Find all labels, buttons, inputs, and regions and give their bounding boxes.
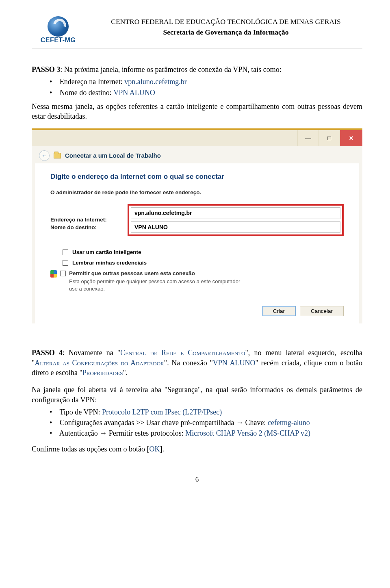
page-number: 6 (32, 475, 362, 484)
logo-text: CEFET-MG (41, 36, 76, 45)
checkbox-smartcard[interactable] (63, 250, 68, 255)
step4-confirm: Confirme todas as opções com o botão [OK… (32, 444, 362, 454)
document-header: CEFET-MG CENTRO FEDERAL DE EDUCAÇÃO TECN… (32, 16, 362, 45)
window-minimize-button[interactable]: — (297, 130, 318, 146)
label-share-connection-desc: Esta opção permite que qualquer pessoa c… (69, 278, 244, 292)
folder-icon (54, 153, 61, 158)
org-logo: CEFET-MG (32, 16, 84, 45)
org-subtitle: Secretaria de Governança da Informação (89, 28, 362, 37)
swirl-icon (48, 16, 69, 37)
label-internet-address: Endereço na Internet: (50, 216, 128, 223)
arrow-left-icon: ← (41, 152, 48, 160)
highlighted-inputs: vpn.aluno.cefetmg.br VPN ALUNO (128, 204, 344, 237)
cancel-button[interactable]: Cancelar (300, 306, 344, 316)
bullet-address: Endereço na Internet: vpn.aluno.cefetmg.… (50, 77, 362, 87)
wizard-subheading: O administrador de rede pode lhe fornece… (50, 189, 344, 196)
bullet-destname: Nome do destino: VPN ALUNO (50, 88, 362, 98)
input-destination-name[interactable]: VPN ALUNO (131, 221, 340, 233)
org-title: CENTRO FEDERAL DE EDUCAÇÃO TECNOLÓGICA D… (89, 17, 362, 27)
checkbox-share-connection[interactable] (60, 271, 66, 276)
back-button[interactable]: ← (39, 150, 50, 161)
create-button[interactable]: Criar (262, 306, 296, 316)
bullet-vpn-type: Tipo de VPN: Protocolo L2TP com IPsec (L… (50, 407, 362, 417)
window-maximize-button[interactable]: □ (318, 130, 340, 146)
wizard-heading: Digite o endereço da Internet com o qual… (50, 172, 344, 182)
step3-bullets: Endereço na Internet: vpn.aluno.cefetmg.… (50, 77, 362, 98)
step4-bullets: Tipo de VPN: Protocolo L2TP com IPsec (L… (50, 407, 362, 438)
bullet-auth: Autenticação → Permitir estes protocolos… (50, 428, 362, 438)
step3-text: PASSO 3: Na próxima janela, informe os p… (32, 65, 362, 74)
wizard-header: ← Conectar a um Local de Trabalho (32, 146, 362, 163)
checkbox-remember[interactable] (63, 260, 68, 266)
label-destination-name: Nome do destino: (50, 224, 128, 231)
label-remember: Lembrar minhas credenciais (72, 259, 147, 267)
shield-icon (50, 270, 57, 278)
step4-para1: PASSO 4: Novamente na "Central de Rede e… (32, 348, 362, 378)
wizard-window: — □ × ← Conectar a um Local de Trabalho … (32, 128, 362, 323)
window-close-button[interactable]: × (340, 130, 362, 146)
window-titlebar: — □ × (32, 130, 362, 146)
wizard-title: Conectar a um Local de Trabalho (65, 152, 161, 160)
header-divider (32, 48, 362, 48)
bullet-advanced: Configurações avançadas >> Usar chave pr… (50, 418, 362, 427)
label-share-connection: Permitir que outras pessoas usem esta co… (69, 270, 244, 277)
step3-note: Nessa mesma janela, as opções referentes… (32, 102, 362, 122)
input-internet-address[interactable]: vpn.aluno.cefetmg.br (131, 207, 340, 219)
label-smartcard: Usar um cartão inteligente (72, 249, 141, 256)
step4-para2: Na janela que foi aberta vá à terceira a… (32, 385, 362, 405)
